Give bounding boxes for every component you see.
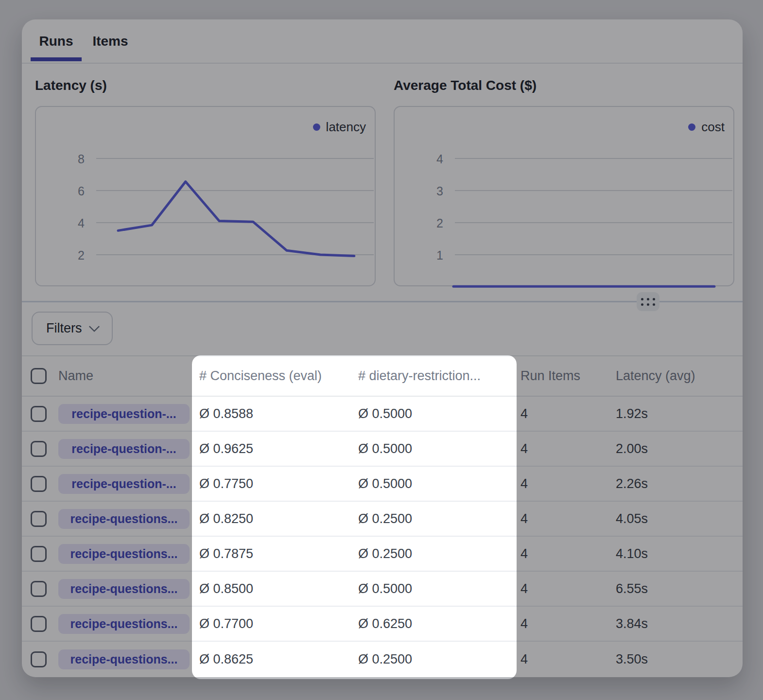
resize-handle[interactable]: [637, 292, 659, 311]
cost-legend: cost: [688, 120, 725, 135]
conciseness-value: Ø 0.7750: [199, 476, 358, 491]
run-name-badge[interactable]: recipe-questions...: [58, 509, 190, 529]
dietary-restriction-value: Ø 0.2500: [358, 546, 520, 561]
drag-handle-dots-icon: [641, 298, 643, 300]
latency-avg-value: 2.00s: [616, 441, 743, 456]
row-checkbox[interactable]: [31, 546, 47, 562]
conciseness-value: Ø 0.7875: [199, 546, 358, 561]
table-row[interactable]: recipe-questions... Ø 0.7700 Ø 0.6250 4 …: [22, 607, 743, 642]
run-items-value: 4: [520, 652, 616, 667]
run-items-value: 4: [520, 476, 616, 491]
run-name-badge[interactable]: recipe-questions...: [58, 649, 190, 669]
run-items-value: 4: [520, 546, 616, 561]
table-row[interactable]: recipe-question-... Ø 0.8588 Ø 0.5000 4 …: [22, 397, 743, 432]
cost-line-series: [395, 107, 733, 285]
run-name-badge[interactable]: recipe-question-...: [58, 474, 190, 494]
tab-items-label: Items: [92, 34, 128, 49]
cost-legend-dot-icon: [688, 123, 695, 131]
latency-avg-value: 4.10s: [616, 546, 743, 561]
dietary-restriction-value: Ø 0.5000: [358, 476, 520, 491]
latency-legend: latency: [313, 120, 366, 135]
table-row[interactable]: recipe-questions... Ø 0.8625 Ø 0.2500 4 …: [22, 642, 743, 677]
dietary-restriction-value: Ø 0.5000: [358, 406, 520, 421]
run-items-value: 4: [520, 616, 616, 631]
cost-chart: 1234 cost: [394, 106, 734, 286]
run-name-badge[interactable]: recipe-questions...: [58, 579, 190, 599]
cost-chart-title: Average Total Cost ($): [394, 78, 537, 93]
run-name-badge[interactable]: recipe-questions...: [58, 614, 190, 634]
run-name-badge[interactable]: recipe-questions...: [58, 544, 190, 564]
table-row[interactable]: recipe-questions... Ø 0.7875 Ø 0.2500 4 …: [22, 537, 743, 572]
latency-avg-value: 6.55s: [616, 581, 743, 596]
col-header-latency-avg[interactable]: Latency (avg): [616, 368, 743, 384]
conciseness-value: Ø 0.9625: [199, 441, 358, 456]
dietary-restriction-value: Ø 0.2500: [358, 511, 520, 526]
select-all-checkbox[interactable]: [31, 368, 47, 384]
run-items-value: 4: [520, 581, 616, 596]
row-checkbox[interactable]: [31, 581, 47, 597]
conciseness-value: Ø 0.8588: [199, 406, 358, 421]
tab-bar: Runs Items: [22, 19, 743, 64]
latency-avg-value: 2.26s: [616, 476, 743, 491]
table-header: Name # Conciseness (eval) # dietary-rest…: [22, 355, 743, 397]
conciseness-value: Ø 0.8500: [199, 581, 358, 596]
col-header-conciseness[interactable]: # Conciseness (eval): [199, 368, 358, 384]
active-tab-indicator: [31, 57, 82, 61]
run-items-value: 4: [520, 406, 616, 421]
cost-plot-area: 1234: [395, 107, 733, 285]
latency-avg-value: 3.84s: [616, 616, 743, 631]
run-items-value: 4: [520, 441, 616, 456]
row-checkbox[interactable]: [31, 616, 47, 632]
chevron-down-icon: [88, 321, 100, 332]
page: Runs Items Latency (s) 2468 latency Aver…: [0, 0, 763, 700]
latency-avg-value: 1.92s: [616, 406, 743, 421]
col-header-run-items[interactable]: Run Items: [520, 368, 616, 384]
filters-button-label: Filters: [46, 321, 82, 336]
tab-items[interactable]: Items: [90, 19, 130, 63]
select-all-cell: [31, 368, 58, 384]
dietary-restriction-value: Ø 0.6250: [358, 616, 520, 631]
run-items-value: 4: [520, 511, 616, 526]
row-checkbox[interactable]: [31, 441, 47, 457]
row-checkbox[interactable]: [31, 406, 47, 422]
run-name-badge[interactable]: recipe-question-...: [58, 404, 190, 424]
table-row[interactable]: recipe-questions... Ø 0.8250 Ø 0.2500 4 …: [22, 502, 743, 537]
tab-runs-label: Runs: [39, 34, 73, 49]
latency-chart-title: Latency (s): [35, 78, 107, 93]
latency-avg-value: 4.05s: [616, 511, 743, 526]
tab-runs[interactable]: Runs: [31, 19, 82, 63]
dietary-restriction-value: Ø 0.2500: [358, 652, 520, 667]
table-body: recipe-question-... Ø 0.8588 Ø 0.5000 4 …: [22, 397, 743, 677]
latency-avg-value: 3.50s: [616, 652, 743, 667]
table-row[interactable]: recipe-questions... Ø 0.8500 Ø 0.5000 4 …: [22, 572, 743, 607]
col-header-name[interactable]: Name: [58, 368, 199, 384]
table-row[interactable]: recipe-question-... Ø 0.7750 Ø 0.5000 4 …: [22, 467, 743, 502]
run-name-badge[interactable]: recipe-question-...: [58, 439, 190, 459]
charts-table-divider: [22, 301, 743, 302]
filters-button[interactable]: Filters: [32, 312, 113, 345]
runs-panel: Runs Items Latency (s) 2468 latency Aver…: [22, 19, 743, 677]
table-row[interactable]: recipe-question-... Ø 0.9625 Ø 0.5000 4 …: [22, 432, 743, 467]
latency-legend-dot-icon: [313, 123, 320, 131]
row-checkbox[interactable]: [31, 511, 47, 527]
latency-legend-label: latency: [326, 120, 366, 135]
dietary-restriction-value: Ø 0.5000: [358, 581, 520, 596]
conciseness-value: Ø 0.7700: [199, 616, 358, 631]
row-checkbox[interactable]: [31, 476, 47, 492]
conciseness-value: Ø 0.8250: [199, 511, 358, 526]
latency-chart: 2468 latency: [35, 106, 376, 286]
conciseness-value: Ø 0.8625: [199, 652, 358, 667]
row-checkbox[interactable]: [31, 651, 47, 667]
col-header-dietary-restriction[interactable]: # dietary-restriction...: [358, 368, 520, 384]
dietary-restriction-value: Ø 0.5000: [358, 441, 520, 456]
cost-legend-label: cost: [701, 120, 725, 135]
